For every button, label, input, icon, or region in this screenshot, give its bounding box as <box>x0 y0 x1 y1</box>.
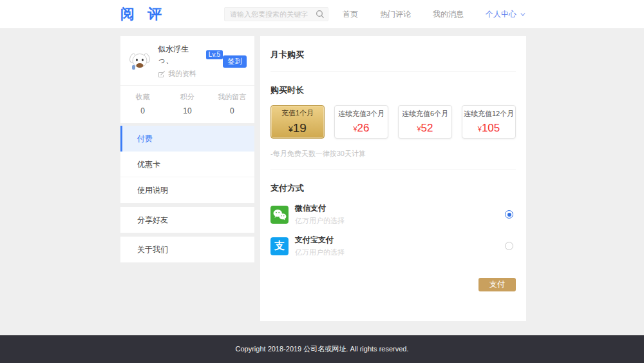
stat-points[interactable]: 积分 10 <box>165 92 209 115</box>
chevron-down-icon <box>520 11 525 15</box>
stat-favorites[interactable]: 收藏 0 <box>120 92 165 115</box>
nav-user-center[interactable]: 个人中心 <box>486 9 524 20</box>
search-icon[interactable] <box>316 10 325 19</box>
my-profile-link[interactable]: 我的资料 <box>158 69 223 79</box>
sidebar-menu: 付费 优惠卡 使用说明 <box>120 126 254 203</box>
billing-note: -每月免费天数一律按30天计算 <box>270 149 516 159</box>
sidebar-item-about-us[interactable]: 关于我们 <box>120 237 254 262</box>
username: 似水浮生っ、 <box>158 44 204 66</box>
profile-card: 似水浮生っ、 Lv.5 我的资料 签到 收藏 <box>120 36 254 123</box>
footer: Copyright 2018-2019 公司名或网址. All rights r… <box>0 335 644 363</box>
copyright-text: Copyright 2018-2019 公司名或网址. All rights r… <box>236 344 409 354</box>
pay-button[interactable]: 支付 <box>478 278 516 291</box>
top-navbar: 阅 评 首页 热门评论 我的消息 个人中心 <box>0 0 644 29</box>
nav-hot-comments[interactable]: 热门评论 <box>380 9 411 20</box>
nav-my-messages[interactable]: 我的消息 <box>433 9 464 20</box>
payment-method-heading: 支付方式 <box>270 182 516 194</box>
sidebar-item-payment[interactable]: 付费 <box>120 126 254 152</box>
plan-1-month[interactable]: 充值1个月 ¥19 <box>270 105 325 139</box>
stat-messages[interactable]: 我的留言 0 <box>210 92 254 115</box>
monthly-card-purchase-panel: 月卡购买 购买时长 充值1个月 ¥19 连续充值3个月 ¥26 连续充值6个月 … <box>260 36 526 321</box>
payment-method-wechat[interactable]: 微信支付 亿万用户的选择 <box>270 203 516 226</box>
alipay-radio[interactable] <box>505 242 513 250</box>
alipay-icon: 支 <box>270 237 289 255</box>
search-box <box>224 7 328 21</box>
avatar[interactable] <box>128 50 151 73</box>
sidebar-item-share-friends[interactable]: 分享好友 <box>120 207 254 233</box>
plan-6-months[interactable]: 连续充值6个月 ¥52 <box>398 105 452 139</box>
site-logo[interactable]: 阅 评 <box>120 5 224 24</box>
page-content: 似水浮生っ、 Lv.5 我的资料 签到 收藏 <box>120 36 524 321</box>
sidebar: 似水浮生っ、 Lv.5 我的资料 签到 收藏 <box>120 36 254 262</box>
checkin-button[interactable]: 签到 <box>223 55 247 68</box>
page-title: 月卡购买 <box>270 36 516 72</box>
level-badge: Lv.5 <box>206 50 223 59</box>
edit-icon <box>158 70 166 78</box>
payment-method-alipay[interactable]: 支 支付宝支付 亿万用户的选择 <box>270 235 516 257</box>
divider <box>270 169 516 170</box>
search-input[interactable] <box>224 7 328 21</box>
wechat-radio[interactable] <box>505 210 513 219</box>
duration-heading: 购买时长 <box>270 84 516 96</box>
sidebar-item-instructions[interactable]: 使用说明 <box>120 177 254 203</box>
main-nav: 首页 热门评论 我的消息 个人中心 <box>343 9 524 20</box>
stats-row: 收藏 0 积分 10 我的留言 0 <box>120 86 254 123</box>
sidebar-item-coupon-card[interactable]: 优惠卡 <box>120 152 254 177</box>
plan-3-months[interactable]: 连续充值3个月 ¥26 <box>334 105 388 139</box>
plan-12-months[interactable]: 连续充值12个月 ¥105 <box>462 105 516 139</box>
wechat-icon <box>270 206 289 224</box>
plan-options: 充值1个月 ¥19 连续充值3个月 ¥26 连续充值6个月 ¥52 连续充值12… <box>270 105 516 139</box>
nav-home[interactable]: 首页 <box>343 9 358 20</box>
